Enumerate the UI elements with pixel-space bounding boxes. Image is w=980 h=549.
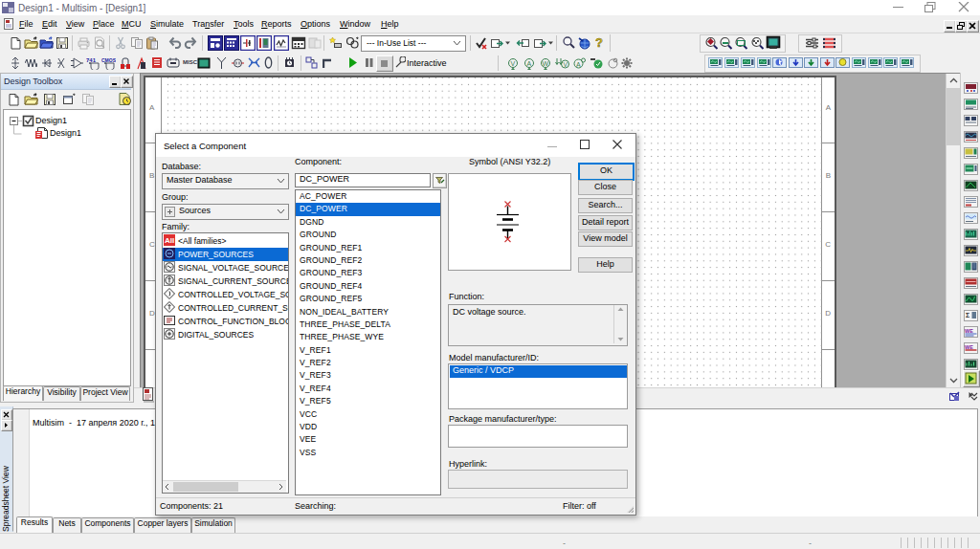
- svg-text:V: V: [511, 60, 516, 67]
- svg-text:All: All: [165, 236, 174, 245]
- svg-text:741: 741: [86, 57, 97, 63]
- svg-text:CMOS: CMOS: [101, 57, 116, 63]
- svg-text:W: W: [543, 60, 549, 67]
- svg-text:Σ: Σ: [966, 312, 969, 318]
- svg-text:A: A: [527, 60, 532, 67]
- svg-text:A: A: [576, 61, 581, 68]
- svg-text:V: V: [564, 61, 568, 68]
- svg-text:WE: WE: [965, 328, 973, 334]
- svg-text:WE: WE: [965, 344, 973, 350]
